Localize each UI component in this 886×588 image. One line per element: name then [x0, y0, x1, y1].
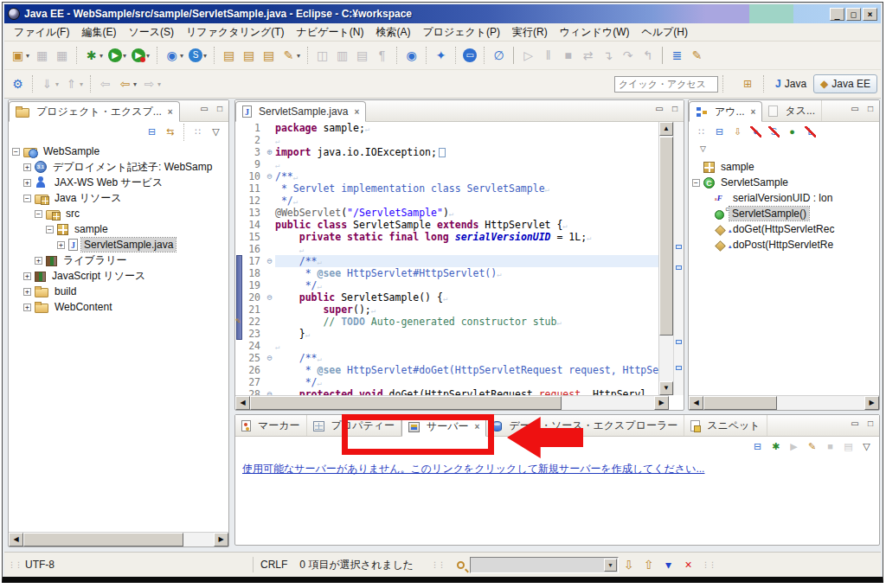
filters-icon[interactable]: ∷ [693, 124, 709, 140]
run-external-icon[interactable]: ▶▾ [130, 45, 151, 66]
stop-server-icon[interactable]: ■ [822, 438, 838, 455]
build-all-icon[interactable]: ▥ [333, 45, 351, 66]
menu-item-7[interactable]: 実行(R) [506, 23, 554, 42]
suspend-icon[interactable]: ‖ [539, 45, 557, 66]
code-line[interactable]: 13@WebServlet("/ServletSample")↵ [243, 207, 673, 219]
code-line[interactable]: 3⊕import java.io.IOException; [243, 146, 673, 158]
menu-item-2[interactable]: ソース(S) [122, 23, 180, 42]
menu-item-1[interactable]: 編集(E) [75, 23, 122, 42]
menu-item-5[interactable]: 検索(A) [369, 23, 416, 42]
code-line[interactable]: 21 super();↵ [243, 304, 673, 316]
scroll-right-icon[interactable]: ▶ [654, 396, 669, 410]
outline-tree-item[interactable]: sample [689, 159, 879, 175]
project-tree-item[interactable]: +ライブラリー [9, 252, 228, 268]
expand-box[interactable]: + [35, 257, 42, 265]
code-line[interactable]: 14public class ServletSample extends Htt… [243, 219, 673, 231]
outline-tree-item[interactable]: doPost(HttpServletRe [689, 237, 879, 252]
outline-hscrollbar[interactable]: ◀ ▶ [689, 395, 879, 410]
code-line[interactable]: 10⊖/**↵ [243, 170, 673, 182]
code-line[interactable]: 11 * Servlet implementation class Servle… [243, 182, 673, 195]
maximize-view-icon[interactable]: □ [669, 104, 681, 113]
code-line[interactable]: 26 * @see HttpServlet#doGet(HttpServletR… [243, 364, 673, 376]
debug-server-icon[interactable]: ✱ [767, 438, 784, 455]
next-annotation-caret[interactable]: ▾ [55, 80, 59, 88]
project-tree-item[interactable]: +JavaScript リソース [9, 268, 228, 284]
project-tree-item[interactable]: −WebSample [9, 144, 228, 159]
scroll-thumb[interactable] [250, 396, 562, 410]
create-new-server-link[interactable]: 使用可能なサーバーがありません。このリンクをクリックして新規サーバーを作成してく… [235, 457, 711, 482]
outline-tree-item[interactable]: ServletSample() [689, 206, 879, 221]
back-history-icon[interactable]: ⇦▾ [116, 74, 138, 94]
mark-text-icon[interactable]: ✎▾ [279, 45, 302, 66]
collapse-box[interactable]: − [692, 179, 700, 187]
resume-icon[interactable]: ▷ [519, 45, 537, 66]
step-into-icon[interactable]: ↴ [599, 45, 617, 66]
occurrence-marker[interactable] [676, 245, 682, 249]
occurrence-marker[interactable] [676, 265, 682, 270]
close-icon[interactable]: × [354, 107, 359, 117]
disconnect-icon[interactable]: ⇄ [579, 45, 597, 66]
expand-box[interactable]: + [23, 288, 31, 296]
scroll-up-icon[interactable]: ▲ [659, 122, 673, 136]
code-line[interactable]: 17⊖ /**↵ [243, 255, 673, 267]
export-war-icon[interactable]: ▤ [220, 45, 238, 66]
collapse-box[interactable]: − [46, 226, 54, 233]
fold-toggle-icon[interactable]: ⊖ [264, 352, 275, 364]
new-servlet-icon[interactable]: S▾ [187, 45, 209, 66]
launch-ws-client-icon[interactable]: ✦ [432, 45, 450, 66]
tab-tasks[interactable]: タス... [762, 100, 822, 121]
occurrence-marker[interactable] [676, 340, 682, 344]
fold-toggle-icon[interactable]: ⊖ [264, 291, 275, 304]
minimize-view-icon[interactable]: ▭ [198, 104, 210, 113]
configure-annotations-icon[interactable]: ✎ [688, 45, 706, 66]
sort-icon[interactable]: ⇩ [729, 124, 746, 140]
minimize-view-icon[interactable]: ▭ [849, 419, 861, 428]
code-line[interactable]: 20⊖ public ServletSample() {↵ [243, 291, 673, 304]
maximize-view-icon[interactable]: □ [864, 419, 876, 428]
quick-access-input[interactable] [614, 76, 718, 93]
close-icon[interactable]: × [168, 107, 173, 117]
code-editor[interactable]: 1package sample;↵2↵3⊕import java.io.IOEx… [243, 122, 673, 395]
view-menu-icon[interactable]: ▽ [208, 124, 224, 140]
tab-markers[interactable]: マーカー [235, 415, 307, 436]
hide-non-public-icon[interactable]: ● [784, 124, 800, 140]
scroll-down-icon[interactable]: ▼ [659, 381, 673, 395]
print-icon[interactable]: ▤ [353, 45, 371, 66]
incremental-find-prev-icon[interactable]: ⇧ [639, 554, 658, 575]
perspective-java[interactable]: J Java [768, 74, 813, 93]
scroll-right-icon[interactable]: ▶ [214, 533, 228, 546]
scroll-thumb[interactable] [703, 396, 777, 410]
minimize-view-icon[interactable]: ▭ [849, 104, 861, 113]
previous-annotation-caret[interactable]: ▾ [80, 80, 83, 88]
scroll-left-icon[interactable]: ◀ [9, 533, 23, 546]
collapse-all-icon[interactable]: ⊟ [144, 124, 160, 140]
project-tree-item[interactable]: −sample [9, 221, 228, 237]
maximize-view-icon[interactable]: □ [214, 104, 226, 113]
view-menu-icon[interactable]: ▽ [858, 438, 875, 455]
tab-project-explorer[interactable]: プロジェクト・エクスプ... × [9, 101, 180, 122]
new-dynamic-web-project-caret[interactable]: ▾ [180, 52, 183, 60]
step-over-icon[interactable]: ↷ [619, 45, 637, 66]
code-line[interactable]: 9↵ [243, 158, 673, 170]
back-history-caret[interactable]: ▾ [133, 80, 137, 88]
project-tree-item[interactable]: −Java リソース [9, 190, 228, 206]
hide-static-members-icon[interactable]: S [766, 124, 782, 140]
code-line[interactable]: 24↵ [243, 340, 673, 352]
collapse-all-icon[interactable]: ⊟ [749, 438, 766, 455]
menu-item-0[interactable]: ファイル(F) [8, 23, 75, 42]
tab-outline[interactable]: アウ... × [689, 101, 762, 122]
expand-box[interactable]: + [23, 304, 31, 311]
editor-vscrollbar[interactable]: ▲ ▼ [658, 122, 673, 395]
collapse-box[interactable]: − [23, 195, 31, 202]
combo-dropdown-icon[interactable]: ▼ [604, 559, 617, 572]
editor-hscrollbar[interactable]: ◀ ▶ [235, 395, 669, 410]
code-line[interactable]: 12 */↵ [243, 195, 673, 207]
scroll-thumb[interactable] [23, 533, 183, 546]
menu-item-8[interactable]: ウィンドウ(W) [554, 23, 636, 42]
scroll-thumb[interactable] [659, 137, 673, 336]
code-line[interactable]: 28⊖ protected void doGet(HttpServletRequ… [243, 388, 673, 395]
fold-toggle-icon[interactable]: ⊕ [264, 146, 275, 158]
menu-item-9[interactable]: ヘルプ(H) [635, 23, 694, 42]
previous-annotation-icon[interactable]: ⇑▾ [62, 74, 85, 94]
fold-toggle-icon[interactable]: ⊖ [264, 388, 275, 395]
